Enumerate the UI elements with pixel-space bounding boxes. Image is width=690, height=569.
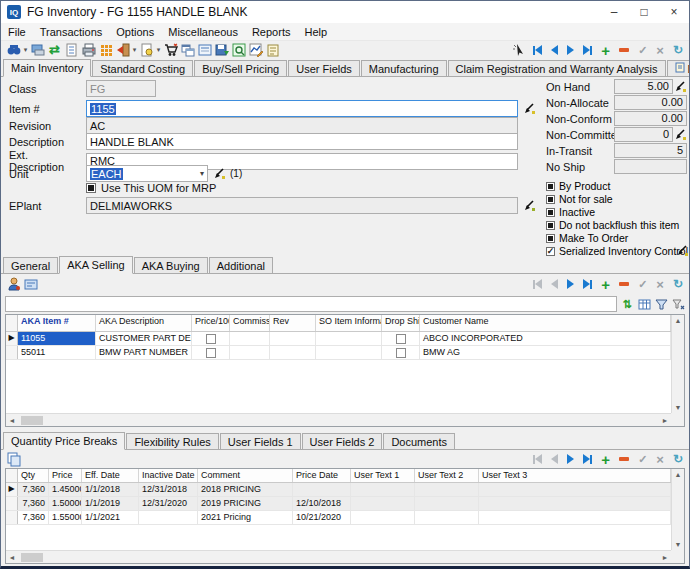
- nav-prev-button[interactable]: [551, 453, 558, 465]
- tab-main-inventory[interactable]: Main Inventory: [3, 59, 91, 77]
- grid-cell[interactable]: 1.500000: [49, 497, 82, 510]
- grid-cell[interactable]: 7,360: [18, 483, 49, 496]
- print-icon[interactable]: [80, 42, 97, 58]
- nav-delete-button[interactable]: [619, 44, 629, 56]
- grid-cell[interactable]: 12/31/2020: [139, 497, 198, 510]
- grid-cell[interactable]: [351, 511, 415, 524]
- nav-first-button[interactable]: [533, 44, 542, 56]
- tab-quantity-price-breaks[interactable]: Quantity Price Breaks: [3, 432, 125, 450]
- tab-standard-costing[interactable]: Standard Costing: [92, 60, 193, 76]
- find-dropdown-icon[interactable]: ▾: [22, 46, 29, 54]
- grid-cell[interactable]: [479, 511, 671, 524]
- grid-cell[interactable]: [382, 332, 420, 345]
- horizontal-scrollbar[interactable]: ◄►: [6, 413, 671, 426]
- table-row[interactable]: 7,3601.5000001/1/201912/31/20202019 PRIC…: [6, 497, 671, 511]
- nav-refresh-button[interactable]: ↻: [673, 44, 683, 56]
- nav-cancel-button[interactable]: ×: [656, 278, 664, 290]
- save-icon[interactable]: [213, 42, 230, 58]
- tab-user-fields-2[interactable]: User Fields 2: [302, 433, 383, 449]
- card-icon[interactable]: [22, 276, 39, 292]
- not-for-sale-checkbox[interactable]: [546, 195, 555, 204]
- tab-user-fields-1[interactable]: User Fields 1: [220, 433, 301, 449]
- chart-icon[interactable]: [247, 42, 264, 58]
- column-header[interactable]: Qty: [18, 469, 49, 482]
- nav-refresh-button[interactable]: ↻: [673, 278, 683, 290]
- grid-cell[interactable]: [316, 332, 382, 345]
- grid-cell[interactable]: [479, 497, 671, 510]
- tab-documents-bottom[interactable]: Documents: [383, 433, 455, 449]
- grid-cell[interactable]: 12/10/2018: [293, 497, 351, 510]
- nav-next-button[interactable]: [567, 453, 574, 465]
- grid-cell[interactable]: 1.450000: [49, 483, 82, 496]
- scrollbar-thumb[interactable]: [21, 416, 43, 425]
- grid-cell[interactable]: 7,360: [18, 511, 49, 524]
- unit-combo[interactable]: EACH▾: [86, 165, 208, 182]
- column-header[interactable]: User Text 1: [351, 469, 415, 482]
- menu-help[interactable]: Help: [297, 26, 334, 38]
- grid-cell[interactable]: [415, 497, 479, 510]
- tab-user-fields[interactable]: User Fields: [288, 60, 360, 76]
- send-icon[interactable]: [29, 42, 46, 58]
- nav-first-button[interactable]: [533, 453, 542, 465]
- no-backflush-checkbox[interactable]: [546, 221, 555, 230]
- grid-cell[interactable]: ABCO INCORPORATED: [420, 332, 671, 345]
- grid-cell[interactable]: 1/1/2019: [82, 497, 139, 510]
- grid-cell[interactable]: [415, 511, 479, 524]
- grid-cell[interactable]: [316, 346, 382, 359]
- grid-cell[interactable]: 1/1/2021: [82, 511, 139, 524]
- minimize-icon[interactable]: –: [599, 1, 629, 23]
- exit-dropdown-icon[interactable]: ▾: [131, 46, 138, 54]
- column-header[interactable]: Comment: [198, 469, 293, 482]
- nav-insert-button[interactable]: +: [601, 44, 610, 56]
- nav-post-button[interactable]: ✓: [638, 453, 647, 465]
- tab-documents[interactable]: Documents: [667, 60, 690, 76]
- grid-cell[interactable]: [192, 332, 230, 345]
- table-row[interactable]: 7,3601.5500001/1/20212021 Pricing10/21/2…: [6, 511, 671, 525]
- horizontal-scrollbar[interactable]: ◄►: [6, 550, 671, 563]
- drilldown-icon[interactable]: [674, 80, 687, 93]
- nav-first-button[interactable]: [533, 278, 542, 290]
- menu-miscellaneous[interactable]: Miscellaneous: [161, 26, 245, 38]
- document-icon[interactable]: [63, 42, 80, 58]
- inactive-checkbox[interactable]: [546, 208, 555, 217]
- drilldown-icon[interactable]: [523, 102, 536, 115]
- grid-cell[interactable]: [270, 346, 316, 359]
- pointer-icon[interactable]: [510, 42, 527, 58]
- serialized-checkbox[interactable]: ✓: [546, 247, 555, 256]
- cell-checkbox[interactable]: [206, 348, 216, 358]
- grid-cell[interactable]: 1.550000: [49, 511, 82, 524]
- drilldown-icon[interactable]: [676, 244, 689, 257]
- nav-last-button[interactable]: [583, 278, 592, 290]
- nav-refresh-button[interactable]: ↻: [673, 453, 683, 465]
- sort-icon[interactable]: ⇅: [620, 297, 634, 311]
- keypad-icon[interactable]: [97, 42, 114, 58]
- column-header[interactable]: Drop Ship: [382, 315, 420, 331]
- column-header[interactable]: Customer Name: [420, 315, 671, 331]
- nav-next-button[interactable]: [567, 278, 574, 290]
- nav-insert-button[interactable]: +: [601, 453, 610, 465]
- search-input[interactable]: [5, 296, 617, 312]
- grid-cell[interactable]: [270, 332, 316, 345]
- drilldown-icon[interactable]: [674, 128, 687, 141]
- filter-clear-icon[interactable]: [671, 297, 685, 311]
- preview-icon[interactable]: [230, 42, 247, 58]
- tab-aka-buying[interactable]: AKA Buying: [134, 257, 208, 273]
- nav-post-button[interactable]: ✓: [638, 44, 647, 56]
- menu-transactions[interactable]: Transactions: [33, 26, 110, 38]
- grid-cell[interactable]: [382, 346, 420, 359]
- column-header[interactable]: Price Date: [293, 469, 351, 482]
- uom-mrp-checkbox[interactable]: [86, 183, 96, 193]
- cell-checkbox[interactable]: [396, 348, 406, 358]
- chevron-down-icon[interactable]: ▾: [200, 169, 204, 178]
- audit-dropdown-icon[interactable]: ▾: [155, 46, 162, 54]
- duplicate-icon[interactable]: [179, 42, 196, 58]
- cell-checkbox[interactable]: [396, 334, 406, 344]
- vertical-scrollbar[interactable]: ▲▼: [671, 469, 684, 550]
- grid-cell[interactable]: 1/1/2018: [82, 483, 139, 496]
- column-header[interactable]: Rev: [270, 315, 316, 331]
- grid-cell[interactable]: [293, 483, 351, 496]
- column-header[interactable]: AKA Description: [96, 315, 192, 331]
- nav-insert-button[interactable]: +: [601, 278, 610, 290]
- nav-cancel-button[interactable]: ×: [656, 44, 664, 56]
- grid-cell[interactable]: CUSTOMER PART DESCRIPTION: [96, 332, 192, 345]
